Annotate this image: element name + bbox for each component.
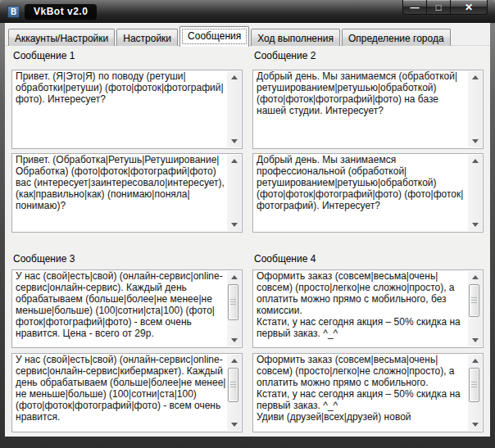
message-3-textarea-1[interactable]: У нас (свой|есть|свой) (онлайн-сервис|on… [11, 269, 243, 348]
message-text: Привет. (Обработка|Ретушь|Ретуширование|… [16, 155, 226, 231]
message-text: У нас (свой|есть|свой) (онлайн-сервис|on… [16, 355, 226, 431]
window-controls: — □ ✕ [402, 0, 488, 15]
scrollbar[interactable] [468, 155, 482, 231]
scroll-up-icon[interactable] [227, 355, 241, 367]
message-3-label: Сообщение 3 [13, 253, 75, 265]
message-text: Привет. (Я|Это|Я) по поводу (ретуши|обра… [16, 71, 226, 147]
tab-label: Ход выполнения [257, 33, 334, 44]
minimize-button[interactable]: — [402, 0, 427, 15]
scroll-down-icon[interactable] [468, 219, 482, 231]
message-1-label: Сообщение 1 [13, 50, 75, 61]
message-4-textarea-1[interactable]: Оформить заказ (совсем|весьма|очень|совс… [252, 269, 484, 348]
tab-accounts-settings[interactable]: Аккаунты/Настройки [8, 29, 115, 46]
title-bar[interactable]: B VkBot v2.0 — □ ✕ [0, 0, 495, 23]
close-button[interactable]: ✕ [450, 0, 488, 15]
scroll-down-icon[interactable] [468, 135, 482, 147]
tab-label: Настройки [123, 33, 171, 44]
message-4-textarea-2[interactable]: Оформить заказ (совсем|весьма|очень|совс… [252, 353, 484, 432]
scroll-up-icon[interactable] [227, 71, 241, 84]
scroll-down-icon[interactable] [227, 219, 241, 231]
tab-progress[interactable]: Ход выполнения [251, 29, 340, 46]
scrollbar[interactable] [468, 71, 482, 147]
message-2-textarea-2[interactable]: Добрый день. Мы занимаемся профессиональ… [252, 153, 484, 233]
scrollbar[interactable] [468, 271, 482, 346]
scroll-up-icon[interactable] [468, 355, 482, 367]
scrollbar-thumb[interactable] [228, 368, 238, 402]
tab-strip: Аккаунты/Настройки Настройки Сообщения Х… [8, 26, 452, 46]
scroll-up-icon[interactable] [227, 271, 241, 283]
message-text: Добрый день. Мы занимаемся (обработкой|р… [257, 71, 467, 147]
message-text: Оформить заказ (совсем|весьма|очень|совс… [257, 355, 467, 431]
message-3-textarea-2[interactable]: У нас (свой|есть|свой) (онлайн-сервис|on… [11, 353, 243, 432]
tab-messages[interactable]: Сообщения [179, 26, 249, 47]
scrollbar-thumb[interactable] [469, 368, 479, 402]
scroll-down-icon[interactable] [468, 334, 482, 346]
vkbot-window: { "window": { "title": "VkBot v2.0", "ic… [0, 0, 495, 448]
tab-label: Сообщения [188, 30, 241, 42]
tab-settings[interactable]: Настройки [116, 29, 178, 46]
scroll-down-icon[interactable] [227, 334, 241, 346]
scrollbar-thumb[interactable] [469, 284, 479, 317]
tab-label: Определение города [348, 33, 444, 44]
scrollbar-thumb[interactable] [228, 284, 238, 320]
message-text: У нас (свой|есть|свой) (онлайн-сервис|on… [16, 271, 226, 346]
scroll-down-icon[interactable] [227, 135, 241, 147]
tab-city-detection[interactable]: Определение города [342, 29, 451, 46]
message-1-textarea-2[interactable]: Привет. (Обработка|Ретушь|Ретуширование|… [11, 153, 243, 233]
window-title: VkBot v2.0 [25, 4, 97, 20]
scroll-down-icon[interactable] [227, 419, 241, 431]
scrollbar[interactable] [468, 355, 482, 431]
message-text: Оформить заказ (совсем|весьма|очень|совс… [257, 271, 467, 346]
scroll-up-icon[interactable] [468, 271, 482, 283]
maximize-button[interactable]: □ [427, 0, 450, 15]
vk-logo-icon: B [7, 6, 20, 18]
message-1-textarea-1[interactable]: Привет. (Я|Это|Я) по поводу (ретуши|обра… [11, 70, 243, 149]
message-4-label: Сообщение 4 [254, 253, 316, 265]
message-text: Добрый день. Мы занимаемся профессиональ… [257, 155, 467, 231]
message-2-textarea-1[interactable]: Добрый день. Мы занимаемся (обработкой|р… [252, 70, 484, 149]
client-area: Аккаунты/Настройки Настройки Сообщения Х… [5, 23, 490, 437]
scroll-down-icon[interactable] [468, 419, 482, 431]
scrollbar[interactable] [227, 155, 241, 231]
scroll-up-icon[interactable] [468, 71, 482, 84]
tab-label: Аккаунты/Настройки [15, 33, 108, 44]
scroll-up-icon[interactable] [227, 155, 241, 167]
message-2-label: Сообщение 2 [254, 50, 316, 61]
scrollbar[interactable] [227, 271, 241, 346]
scrollbar[interactable] [227, 355, 241, 431]
scroll-up-icon[interactable] [468, 155, 482, 167]
scrollbar[interactable] [227, 71, 241, 147]
